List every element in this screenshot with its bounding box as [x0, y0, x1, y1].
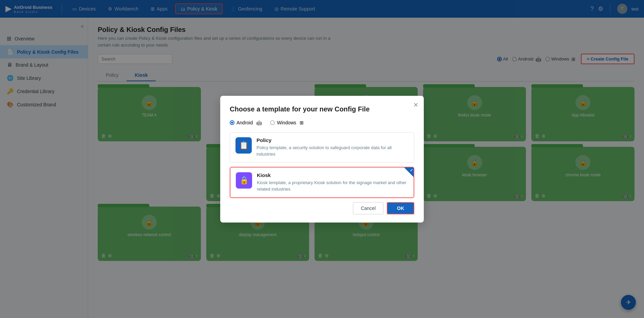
policy-template-icon-box: 📋: [235, 137, 252, 154]
template-kiosk[interactable]: 🔒 Kiosk Kiosk template, a proprietary Ki…: [230, 167, 414, 198]
modal-radio-android[interactable]: Android 🤖: [230, 120, 262, 125]
cancel-button[interactable]: Cancel: [353, 202, 383, 214]
selected-check: [404, 167, 414, 177]
kiosk-template-name: Kiosk: [257, 172, 408, 178]
modal-footer: Cancel OK: [230, 202, 414, 214]
modal-radio-windows[interactable]: Windows ⊞: [270, 120, 304, 125]
policy-template-desc: Policy template, a security solution to …: [257, 144, 409, 158]
modal-android-radio[interactable]: [230, 120, 234, 125]
modal-android-icon: 🤖: [256, 120, 262, 125]
modal: Choose a template for your new Config Fi…: [220, 96, 424, 223]
ok-button[interactable]: OK: [387, 202, 414, 214]
modal-windows-icon: ⊞: [300, 120, 304, 125]
modal-title: Choose a template for your new Config Fi…: [230, 105, 414, 113]
kiosk-template-info: Kiosk Kiosk template, a proprietary Kios…: [257, 172, 408, 193]
modal-radio-row: Android 🤖 Windows ⊞: [230, 120, 414, 125]
modal-windows-radio[interactable]: [270, 120, 275, 125]
kiosk-template-icon-box: 🔒: [236, 172, 252, 189]
policy-template-info: Policy Policy template, a security solut…: [257, 137, 409, 158]
modal-overlay[interactable]: Choose a template for your new Config Fi…: [0, 0, 644, 318]
policy-template-icon: 📋: [239, 141, 248, 150]
kiosk-template-icon: 🔒: [240, 176, 249, 185]
modal-close-btn[interactable]: ✕: [413, 101, 418, 109]
kiosk-template-desc: Kiosk template, a proprietary Kiosk solu…: [257, 179, 408, 193]
template-policy[interactable]: 📋 Policy Policy template, a security sol…: [230, 132, 414, 163]
policy-template-name: Policy: [257, 137, 409, 143]
